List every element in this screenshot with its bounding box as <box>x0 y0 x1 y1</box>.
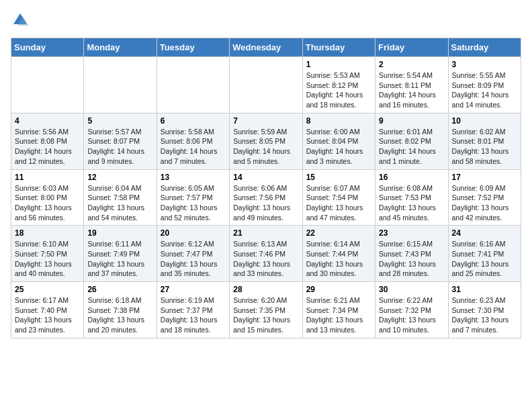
calendar-cell: 31Sunrise: 6:23 AM Sunset: 7:30 PM Dayli… <box>448 282 521 338</box>
day-content: Sunrise: 6:19 AM Sunset: 7:37 PM Dayligh… <box>161 295 226 335</box>
week-row-0: 1Sunrise: 5:53 AM Sunset: 8:12 PM Daylig… <box>11 57 521 113</box>
day-content: Sunrise: 6:00 AM Sunset: 8:04 PM Dayligh… <box>306 127 371 167</box>
day-number: 31 <box>452 285 517 294</box>
weekday-header-thursday: Thursday <box>302 38 375 57</box>
day-content: Sunrise: 6:20 AM Sunset: 7:35 PM Dayligh… <box>233 295 298 335</box>
day-content: Sunrise: 5:54 AM Sunset: 8:11 PM Dayligh… <box>379 71 444 110</box>
calendar-cell: 15Sunrise: 6:07 AM Sunset: 7:54 PM Dayli… <box>302 169 375 226</box>
calendar-cell: 25Sunrise: 6:17 AM Sunset: 7:40 PM Dayli… <box>11 282 84 338</box>
weekday-header-monday: Monday <box>84 38 157 57</box>
day-content: Sunrise: 6:23 AM Sunset: 7:30 PM Dayligh… <box>452 295 517 335</box>
day-content: Sunrise: 6:01 AM Sunset: 8:02 PM Dayligh… <box>379 127 444 167</box>
calendar-cell: 6Sunrise: 5:58 AM Sunset: 8:06 PM Daylig… <box>157 113 229 169</box>
day-number: 13 <box>161 173 226 182</box>
day-number: 5 <box>87 116 152 126</box>
day-content: Sunrise: 6:11 AM Sunset: 7:49 PM Dayligh… <box>87 239 152 279</box>
calendar-cell: 20Sunrise: 6:12 AM Sunset: 7:47 PM Dayli… <box>157 226 229 282</box>
calendar-cell: 22Sunrise: 6:14 AM Sunset: 7:44 PM Dayli… <box>302 226 375 282</box>
calendar-cell: 1Sunrise: 5:53 AM Sunset: 8:12 PM Daylig… <box>302 57 375 113</box>
weekday-header-saturday: Saturday <box>448 38 521 57</box>
day-number: 18 <box>15 228 80 238</box>
day-number: 16 <box>379 173 444 182</box>
calendar-cell: 2Sunrise: 5:54 AM Sunset: 8:11 PM Daylig… <box>375 57 448 113</box>
day-content: Sunrise: 6:18 AM Sunset: 7:38 PM Dayligh… <box>87 295 152 335</box>
day-number: 23 <box>379 228 444 238</box>
page-header <box>11 11 521 30</box>
day-content: Sunrise: 5:56 AM Sunset: 8:08 PM Dayligh… <box>15 127 80 167</box>
day-number: 19 <box>87 228 152 238</box>
weekday-header-wednesday: Wednesday <box>230 38 302 57</box>
day-number: 4 <box>15 116 80 126</box>
calendar-cell: 13Sunrise: 6:05 AM Sunset: 7:57 PM Dayli… <box>157 169 229 226</box>
day-content: Sunrise: 6:13 AM Sunset: 7:46 PM Dayligh… <box>233 239 298 279</box>
weekday-header-friday: Friday <box>375 38 448 57</box>
calendar-cell: 19Sunrise: 6:11 AM Sunset: 7:49 PM Dayli… <box>84 226 157 282</box>
day-number: 30 <box>379 285 444 294</box>
day-content: Sunrise: 5:53 AM Sunset: 8:12 PM Dayligh… <box>306 71 371 110</box>
weekday-header-sunday: Sunday <box>11 38 84 57</box>
calendar-cell: 23Sunrise: 6:15 AM Sunset: 7:43 PM Dayli… <box>375 226 448 282</box>
day-content: Sunrise: 5:59 AM Sunset: 8:05 PM Dayligh… <box>233 127 298 167</box>
day-number: 25 <box>15 285 80 294</box>
calendar-cell: 21Sunrise: 6:13 AM Sunset: 7:46 PM Dayli… <box>230 226 302 282</box>
calendar-cell: 12Sunrise: 6:04 AM Sunset: 7:58 PM Dayli… <box>84 169 157 226</box>
day-number: 17 <box>452 173 517 182</box>
day-number: 28 <box>233 285 298 294</box>
day-content: Sunrise: 6:22 AM Sunset: 7:32 PM Dayligh… <box>379 295 444 335</box>
day-number: 20 <box>161 228 226 238</box>
day-number: 1 <box>306 60 371 69</box>
calendar-cell: 5Sunrise: 5:57 AM Sunset: 8:07 PM Daylig… <box>84 113 157 169</box>
logo-icon <box>11 11 30 30</box>
calendar-table: SundayMondayTuesdayWednesdayThursdayFrid… <box>11 38 521 338</box>
day-content: Sunrise: 6:16 AM Sunset: 7:41 PM Dayligh… <box>452 239 517 279</box>
weekday-header-row: SundayMondayTuesdayWednesdayThursdayFrid… <box>11 38 521 57</box>
calendar-cell: 27Sunrise: 6:19 AM Sunset: 7:37 PM Dayli… <box>157 282 229 338</box>
week-row-1: 4Sunrise: 5:56 AM Sunset: 8:08 PM Daylig… <box>11 113 521 169</box>
day-number: 29 <box>306 285 371 294</box>
day-number: 15 <box>306 173 371 182</box>
calendar-cell: 16Sunrise: 6:08 AM Sunset: 7:53 PM Dayli… <box>375 169 448 226</box>
calendar-cell: 24Sunrise: 6:16 AM Sunset: 7:41 PM Dayli… <box>448 226 521 282</box>
day-number: 8 <box>306 116 371 126</box>
calendar-cell <box>157 57 229 113</box>
day-content: Sunrise: 6:17 AM Sunset: 7:40 PM Dayligh… <box>15 295 80 335</box>
day-number: 21 <box>233 228 298 238</box>
day-content: Sunrise: 6:14 AM Sunset: 7:44 PM Dayligh… <box>306 239 371 279</box>
calendar-cell: 29Sunrise: 6:21 AM Sunset: 7:34 PM Dayli… <box>302 282 375 338</box>
calendar-cell: 7Sunrise: 5:59 AM Sunset: 8:05 PM Daylig… <box>230 113 302 169</box>
calendar-cell: 26Sunrise: 6:18 AM Sunset: 7:38 PM Dayli… <box>84 282 157 338</box>
calendar-cell: 14Sunrise: 6:06 AM Sunset: 7:56 PM Dayli… <box>230 169 302 226</box>
day-number: 22 <box>306 228 371 238</box>
calendar-cell: 11Sunrise: 6:03 AM Sunset: 8:00 PM Dayli… <box>11 169 84 226</box>
day-content: Sunrise: 6:02 AM Sunset: 8:01 PM Dayligh… <box>452 127 517 167</box>
day-content: Sunrise: 6:05 AM Sunset: 7:57 PM Dayligh… <box>161 183 226 223</box>
calendar-cell <box>11 57 84 113</box>
calendar-cell: 4Sunrise: 5:56 AM Sunset: 8:08 PM Daylig… <box>11 113 84 169</box>
day-number: 7 <box>233 116 298 126</box>
day-number: 11 <box>15 173 80 182</box>
day-number: 2 <box>379 60 444 69</box>
week-row-4: 25Sunrise: 6:17 AM Sunset: 7:40 PM Dayli… <box>11 282 521 338</box>
calendar-cell: 30Sunrise: 6:22 AM Sunset: 7:32 PM Dayli… <box>375 282 448 338</box>
day-content: Sunrise: 5:57 AM Sunset: 8:07 PM Dayligh… <box>87 127 152 167</box>
day-content: Sunrise: 6:09 AM Sunset: 7:52 PM Dayligh… <box>452 183 517 223</box>
calendar-cell <box>230 57 302 113</box>
logo <box>11 11 32 30</box>
day-number: 27 <box>161 285 226 294</box>
day-content: Sunrise: 6:03 AM Sunset: 8:00 PM Dayligh… <box>15 183 80 223</box>
day-number: 3 <box>452 60 517 69</box>
calendar-cell: 9Sunrise: 6:01 AM Sunset: 8:02 PM Daylig… <box>375 113 448 169</box>
day-number: 12 <box>87 173 152 182</box>
calendar-cell: 8Sunrise: 6:00 AM Sunset: 8:04 PM Daylig… <box>302 113 375 169</box>
day-content: Sunrise: 6:10 AM Sunset: 7:50 PM Dayligh… <box>15 239 80 279</box>
calendar-cell: 28Sunrise: 6:20 AM Sunset: 7:35 PM Dayli… <box>230 282 302 338</box>
day-content: Sunrise: 6:12 AM Sunset: 7:47 PM Dayligh… <box>161 239 226 279</box>
calendar-cell: 10Sunrise: 6:02 AM Sunset: 8:01 PM Dayli… <box>448 113 521 169</box>
day-content: Sunrise: 6:04 AM Sunset: 7:58 PM Dayligh… <box>87 183 152 223</box>
day-content: Sunrise: 6:21 AM Sunset: 7:34 PM Dayligh… <box>306 295 371 335</box>
weekday-header-tuesday: Tuesday <box>157 38 229 57</box>
day-number: 10 <box>452 116 517 126</box>
week-row-3: 18Sunrise: 6:10 AM Sunset: 7:50 PM Dayli… <box>11 226 521 282</box>
day-number: 9 <box>379 116 444 126</box>
calendar-cell <box>84 57 157 113</box>
